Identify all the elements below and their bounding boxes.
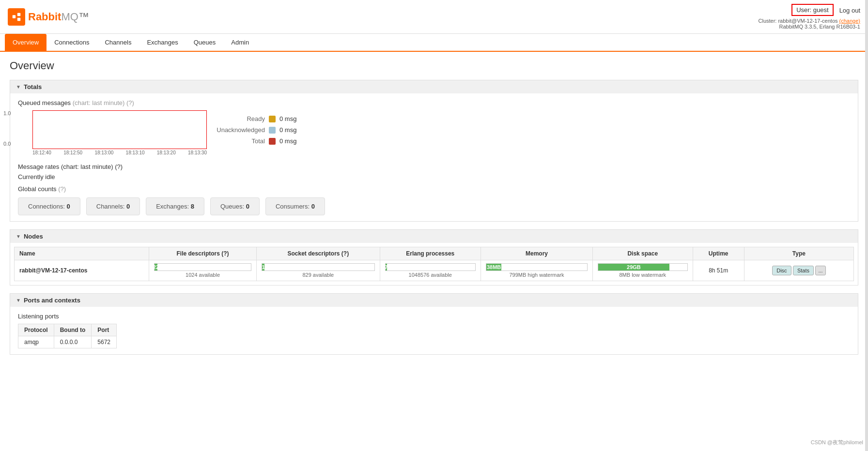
count-exchanges[interactable]: Exchanges: 8 <box>146 197 204 215</box>
listening-ports-label: Listening ports <box>18 313 850 320</box>
header: RabbitMQ™ User: guest Log out Cluster: r… <box>0 0 868 34</box>
ports-arrow-icon: ▼ <box>16 298 21 303</box>
count-queues[interactable]: Queues: 0 <box>210 197 260 215</box>
legend-ready: Ready 0 msg <box>217 115 296 122</box>
file-desc-progress: 22 1024 available <box>154 263 251 278</box>
totals-section-header[interactable]: ▼ Totals <box>10 80 858 93</box>
legend-total-color <box>269 138 276 145</box>
nav-exchanges[interactable]: Exchanges <box>139 34 186 51</box>
memory-watermark: 799MB high watermark <box>509 272 564 278</box>
erlang-fill: 178 <box>386 264 388 271</box>
chart-y-bottom: 0.0 <box>3 141 11 147</box>
erlang-bar: 178 <box>385 263 476 271</box>
version-info: RabbitMQ 3.3.5, Erlang R16B03-1 <box>759 24 861 30</box>
erlang-available: 1048576 available <box>409 272 452 278</box>
node-disk: 29GB 8MB low watermark <box>592 260 693 281</box>
ports-table-header: Protocol Bound to Port <box>18 324 117 336</box>
th-disk: Disk space <box>592 247 693 260</box>
ports-section-title: Ports and contexts <box>24 297 80 304</box>
th-memory: Memory <box>481 247 593 260</box>
th-bound-to: Bound to <box>54 324 92 336</box>
nodes-table: Name File descriptors (?) Socket descrip… <box>14 247 854 281</box>
ports-table: Protocol Bound to Port amqp 0.0.0.0 5672 <box>18 324 117 348</box>
totals-arrow-icon: ▼ <box>16 84 21 90</box>
chart-area: 1.0 0.0 18:12:40 18:12:50 18:13:00 18:13… <box>18 110 850 155</box>
logo-text: RabbitMQ™ <box>28 11 89 23</box>
th-port: Port <box>92 324 117 336</box>
nav-connections[interactable]: Connections <box>46 34 97 51</box>
logout-button[interactable]: Log out <box>839 7 860 14</box>
socket-desc-progress: 1 829 available <box>262 263 374 278</box>
legend-total: Total 0 msg <box>217 137 296 145</box>
logo: RabbitMQ™ <box>8 8 89 26</box>
file-desc-available: 1024 available <box>186 272 220 278</box>
node-type: Disc Stats ... <box>744 260 853 281</box>
th-type: Type <box>744 247 853 260</box>
nav-admin[interactable]: Admin <box>223 34 257 51</box>
legend-unacknowledged: Unacknowledged 0 msg <box>217 126 296 134</box>
global-counts-label: Global counts (?) <box>18 185 850 193</box>
stats-button[interactable]: Stats <box>793 266 814 275</box>
nodes-section-header[interactable]: ▼ Nodes <box>10 230 858 243</box>
user-badge: User: guest <box>791 4 833 16</box>
nav: Overview Connections Channels Exchanges … <box>0 34 868 52</box>
svg-rect-2 <box>17 17 20 20</box>
socket-desc-fill: 1 <box>262 264 264 271</box>
file-desc-bar: 22 <box>154 263 251 271</box>
th-file-desc: File descriptors (?) <box>149 247 256 260</box>
message-rates-area: Message rates (chart: last minute) (?) C… <box>18 163 850 180</box>
totals-section-content: Queued messages (chart: last minute) (?)… <box>10 93 858 221</box>
scrollbar[interactable] <box>865 0 868 370</box>
ports-section-content: Listening ports Protocol Bound to Port a… <box>10 307 858 354</box>
memory-progress: 38MB 799MB high watermark <box>486 263 588 278</box>
erlang-progress: 178 1048576 available <box>385 263 476 278</box>
legend-ready-color <box>269 116 276 122</box>
totals-section: ▼ Totals Queued messages (chart: last mi… <box>10 80 858 222</box>
node-erlang: 178 1048576 available <box>380 260 480 281</box>
table-row: amqp 0.0.0.0 5672 <box>18 336 117 348</box>
legend-unack-color <box>269 127 276 134</box>
nodes-section-content: Name File descriptors (?) Socket descrip… <box>10 243 858 285</box>
memory-fill: 38MB <box>486 264 501 271</box>
nav-channels[interactable]: Channels <box>97 34 139 51</box>
currently-idle: Currently idle <box>18 173 850 180</box>
svg-rect-1 <box>17 13 20 15</box>
port-number: 5672 <box>92 336 117 348</box>
user-area: User: guest Log out Cluster: rabbit@VM-1… <box>759 4 861 30</box>
page-title: Overview <box>10 60 858 72</box>
message-rates-label: Message rates (chart: last minute) (?) <box>18 163 850 170</box>
global-counts-area: Global counts (?) Connections: 0 Channel… <box>18 185 850 215</box>
chart-box: 1.0 0.0 18:12:40 18:12:50 18:13:00 18:13… <box>18 110 197 155</box>
queued-messages-label: Queued messages (chart: last minute) (?) <box>18 99 850 106</box>
node-memory: 38MB 799MB high watermark <box>481 260 593 281</box>
port-bound-to: 0.0.0.0 <box>54 336 92 348</box>
node-uptime: 8h 51m <box>693 260 744 281</box>
socket-desc-bar: 1 <box>262 263 374 271</box>
th-socket-desc: Socket descriptors (?) <box>257 247 380 260</box>
nav-overview[interactable]: Overview <box>5 34 46 51</box>
th-uptime: Uptime <box>693 247 744 260</box>
count-connections[interactable]: Connections: 0 <box>18 197 80 215</box>
disk-bar: 29GB <box>598 263 688 271</box>
disc-button[interactable]: Disc <box>772 266 791 275</box>
cluster-change-link[interactable]: (change) <box>839 18 860 24</box>
chart-canvas <box>32 110 207 149</box>
ports-section-header[interactable]: ▼ Ports and contexts <box>10 294 858 307</box>
nav-queues[interactable]: Queues <box>186 34 224 51</box>
cluster-info: Cluster: rabbit@VM-12-17-centos (change) <box>759 18 861 24</box>
more-button[interactable]: ... <box>815 266 825 275</box>
legend-area: Ready 0 msg Unacknowledged 0 msg Total 0… <box>217 110 296 145</box>
count-channels[interactable]: Channels: 0 <box>86 197 140 215</box>
nodes-arrow-icon: ▼ <box>16 234 21 239</box>
th-erlang: Erlang processes <box>380 247 480 260</box>
nodes-section: ▼ Nodes Name File descriptors (?) Socket… <box>10 229 858 286</box>
nodes-section-title: Nodes <box>24 233 43 240</box>
file-desc-fill: 22 <box>155 264 157 271</box>
disk-watermark: 8MB low watermark <box>619 272 666 278</box>
logo-icon <box>8 8 25 26</box>
ports-section: ▼ Ports and contexts Listening ports Pro… <box>10 293 858 355</box>
table-row: rabbit@VM-12-17-centos 22 1024 available <box>15 260 854 281</box>
count-consumers[interactable]: Consumers: 0 <box>265 197 325 215</box>
chart-x-labels: 18:12:40 18:12:50 18:13:00 18:13:10 18:1… <box>32 150 207 155</box>
disk-progress: 29GB 8MB low watermark <box>598 263 688 278</box>
